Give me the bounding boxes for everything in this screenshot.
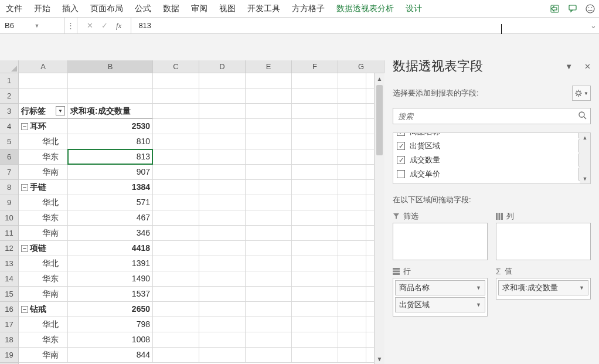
ribbon-tab-4[interactable]: 公式 xyxy=(129,0,157,17)
col-header-C[interactable]: C xyxy=(153,60,199,73)
cell[interactable] xyxy=(153,226,199,240)
scroll-down-icon[interactable]: ▼ xyxy=(375,353,384,364)
cell[interactable]: 1537 xyxy=(68,287,153,301)
cell[interactable] xyxy=(153,195,199,210)
cell[interactable] xyxy=(246,348,292,362)
cell[interactable] xyxy=(246,73,292,88)
cell[interactable]: 华东 xyxy=(19,149,68,164)
cell[interactable]: 华北 xyxy=(19,317,68,332)
cell[interactable]: 华南 xyxy=(19,287,68,301)
row-header-12[interactable]: 12 xyxy=(0,241,18,256)
field-checkbox[interactable] xyxy=(397,156,405,164)
field-item-2[interactable]: 成交数量 xyxy=(393,153,590,167)
cell[interactable] xyxy=(199,89,246,103)
cell[interactable] xyxy=(246,332,292,347)
ribbon-tab-10[interactable]: 数据透视表分析 xyxy=(331,0,400,17)
ribbon-tab-1[interactable]: 开始 xyxy=(28,0,56,17)
cell[interactable]: 1384 xyxy=(68,180,153,195)
select-all-corner[interactable] xyxy=(0,60,19,73)
cell[interactable] xyxy=(292,332,338,347)
cell[interactable] xyxy=(153,348,199,362)
cell[interactable] xyxy=(153,134,199,149)
chevron-down-icon[interactable]: ▼ xyxy=(476,302,481,308)
row-header-16[interactable]: 16 xyxy=(0,302,18,317)
cell[interactable] xyxy=(199,180,246,195)
cell[interactable]: 810 xyxy=(68,134,153,149)
field-checkbox[interactable] xyxy=(397,132,405,136)
cell[interactable] xyxy=(338,73,366,88)
cell[interactable] xyxy=(292,287,338,301)
collapse-icon[interactable]: − xyxy=(21,245,28,252)
cell[interactable] xyxy=(199,104,246,118)
cell[interactable]: 4418 xyxy=(68,241,153,256)
cell[interactable] xyxy=(199,226,246,240)
rows-area[interactable]: 行 商品名称▼出货区域▼ xyxy=(393,265,488,317)
cell[interactable] xyxy=(338,256,366,271)
cell[interactable] xyxy=(153,256,199,271)
row-header-14[interactable]: 14 xyxy=(0,271,18,287)
cell[interactable] xyxy=(246,256,292,271)
cell[interactable] xyxy=(199,302,246,317)
cell[interactable] xyxy=(338,195,366,210)
cell[interactable] xyxy=(153,317,199,332)
fields-list[interactable]: 商品名称出货区域成交数量成交单价 ▲ ▼ xyxy=(393,132,591,184)
cell[interactable] xyxy=(246,180,292,195)
cell[interactable] xyxy=(153,302,199,317)
cell[interactable]: 华南 xyxy=(19,348,68,362)
formula-input[interactable]: 813 xyxy=(131,18,587,33)
row-header-17[interactable]: 17 xyxy=(0,317,18,332)
cell[interactable] xyxy=(199,348,246,362)
chevron-down-icon[interactable]: ▼ xyxy=(476,285,481,291)
cell[interactable] xyxy=(199,317,246,332)
cell[interactable] xyxy=(153,180,199,195)
cell[interactable]: 907 xyxy=(68,165,153,179)
cell[interactable] xyxy=(153,104,199,118)
cell[interactable] xyxy=(292,104,338,118)
cell[interactable]: 华东 xyxy=(19,332,68,347)
cell[interactable] xyxy=(292,317,338,332)
cell[interactable]: 346 xyxy=(68,226,153,240)
cell[interactable] xyxy=(292,226,338,240)
col-header-A[interactable]: A xyxy=(19,60,68,73)
cell[interactable]: 2530 xyxy=(68,119,153,134)
row-header-18[interactable]: 18 xyxy=(0,332,18,348)
row-header-13[interactable]: 13 xyxy=(0,256,18,271)
cell[interactable] xyxy=(199,195,246,210)
close-icon[interactable]: ✕ xyxy=(584,62,591,71)
cell[interactable]: 华东 xyxy=(19,210,68,225)
cell[interactable] xyxy=(292,180,338,195)
cell[interactable] xyxy=(338,348,366,362)
cell[interactable] xyxy=(246,241,292,256)
cell[interactable]: 1490 xyxy=(68,271,153,286)
cell[interactable] xyxy=(153,119,199,134)
columns-area[interactable]: 列 xyxy=(496,210,591,260)
cell[interactable]: −钻戒 xyxy=(19,302,68,317)
cell[interactable] xyxy=(292,302,338,317)
row-header-11[interactable]: 11 xyxy=(0,226,18,241)
cell[interactable] xyxy=(292,134,338,149)
cell[interactable] xyxy=(199,332,246,347)
cell[interactable] xyxy=(338,332,366,347)
ribbon-tab-5[interactable]: 数据 xyxy=(157,0,185,17)
cell[interactable] xyxy=(68,89,153,103)
col-header-F[interactable]: F xyxy=(292,60,338,73)
cell[interactable] xyxy=(246,195,292,210)
cell[interactable] xyxy=(199,165,246,179)
cell[interactable] xyxy=(246,165,292,179)
cell[interactable] xyxy=(153,210,199,225)
area-tag[interactable]: 商品名称▼ xyxy=(395,280,485,295)
columns-dropzone[interactable] xyxy=(496,223,591,260)
cell[interactable] xyxy=(199,256,246,271)
comments-icon[interactable] xyxy=(564,0,581,18)
chevron-down-icon[interactable]: ▼ xyxy=(35,23,64,29)
row-header-19[interactable]: 19 xyxy=(0,348,18,363)
row-header-4[interactable]: 4 xyxy=(0,119,18,134)
cell[interactable] xyxy=(246,149,292,164)
field-search[interactable] xyxy=(393,108,591,124)
field-checkbox[interactable] xyxy=(397,142,405,150)
cell[interactable] xyxy=(338,287,366,301)
row-header-15[interactable]: 15 xyxy=(0,287,18,302)
cell[interactable] xyxy=(292,195,338,210)
cell[interactable] xyxy=(199,241,246,256)
cell[interactable] xyxy=(153,89,199,103)
